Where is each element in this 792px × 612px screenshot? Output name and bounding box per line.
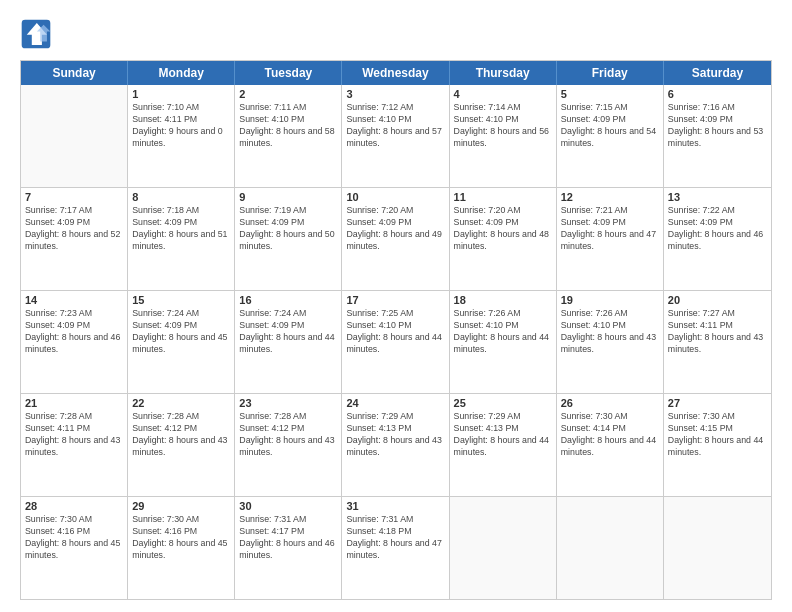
day-info: Sunrise: 7:28 AM Sunset: 4:11 PM Dayligh… bbox=[25, 411, 123, 459]
calendar-day-18: 18Sunrise: 7:26 AM Sunset: 4:10 PM Dayli… bbox=[450, 291, 557, 393]
day-number: 30 bbox=[239, 500, 337, 512]
day-number: 8 bbox=[132, 191, 230, 203]
day-number: 6 bbox=[668, 88, 767, 100]
calendar-day-10: 10Sunrise: 7:20 AM Sunset: 4:09 PM Dayli… bbox=[342, 188, 449, 290]
day-number: 18 bbox=[454, 294, 552, 306]
day-number: 11 bbox=[454, 191, 552, 203]
day-info: Sunrise: 7:26 AM Sunset: 4:10 PM Dayligh… bbox=[561, 308, 659, 356]
day-of-week-saturday: Saturday bbox=[664, 61, 771, 85]
calendar-day-19: 19Sunrise: 7:26 AM Sunset: 4:10 PM Dayli… bbox=[557, 291, 664, 393]
day-info: Sunrise: 7:22 AM Sunset: 4:09 PM Dayligh… bbox=[668, 205, 767, 253]
calendar-day-1: 1Sunrise: 7:10 AM Sunset: 4:11 PM Daylig… bbox=[128, 85, 235, 187]
day-info: Sunrise: 7:31 AM Sunset: 4:17 PM Dayligh… bbox=[239, 514, 337, 562]
day-info: Sunrise: 7:20 AM Sunset: 4:09 PM Dayligh… bbox=[346, 205, 444, 253]
calendar-day-14: 14Sunrise: 7:23 AM Sunset: 4:09 PM Dayli… bbox=[21, 291, 128, 393]
calendar-day-24: 24Sunrise: 7:29 AM Sunset: 4:13 PM Dayli… bbox=[342, 394, 449, 496]
day-info: Sunrise: 7:30 AM Sunset: 4:16 PM Dayligh… bbox=[25, 514, 123, 562]
day-info: Sunrise: 7:14 AM Sunset: 4:10 PM Dayligh… bbox=[454, 102, 552, 150]
day-info: Sunrise: 7:16 AM Sunset: 4:09 PM Dayligh… bbox=[668, 102, 767, 150]
day-info: Sunrise: 7:29 AM Sunset: 4:13 PM Dayligh… bbox=[454, 411, 552, 459]
calendar-day-29: 29Sunrise: 7:30 AM Sunset: 4:16 PM Dayli… bbox=[128, 497, 235, 599]
calendar-week-2: 7Sunrise: 7:17 AM Sunset: 4:09 PM Daylig… bbox=[21, 188, 771, 291]
day-number: 21 bbox=[25, 397, 123, 409]
calendar-day-30: 30Sunrise: 7:31 AM Sunset: 4:17 PM Dayli… bbox=[235, 497, 342, 599]
day-number: 23 bbox=[239, 397, 337, 409]
calendar-day-11: 11Sunrise: 7:20 AM Sunset: 4:09 PM Dayli… bbox=[450, 188, 557, 290]
calendar-day-27: 27Sunrise: 7:30 AM Sunset: 4:15 PM Dayli… bbox=[664, 394, 771, 496]
day-number: 13 bbox=[668, 191, 767, 203]
day-of-week-tuesday: Tuesday bbox=[235, 61, 342, 85]
day-of-week-sunday: Sunday bbox=[21, 61, 128, 85]
calendar-day-5: 5Sunrise: 7:15 AM Sunset: 4:09 PM Daylig… bbox=[557, 85, 664, 187]
calendar-day-23: 23Sunrise: 7:28 AM Sunset: 4:12 PM Dayli… bbox=[235, 394, 342, 496]
day-number: 5 bbox=[561, 88, 659, 100]
calendar-day-13: 13Sunrise: 7:22 AM Sunset: 4:09 PM Dayli… bbox=[664, 188, 771, 290]
calendar-week-3: 14Sunrise: 7:23 AM Sunset: 4:09 PM Dayli… bbox=[21, 291, 771, 394]
day-number: 20 bbox=[668, 294, 767, 306]
calendar-day-6: 6Sunrise: 7:16 AM Sunset: 4:09 PM Daylig… bbox=[664, 85, 771, 187]
day-of-week-friday: Friday bbox=[557, 61, 664, 85]
day-info: Sunrise: 7:30 AM Sunset: 4:14 PM Dayligh… bbox=[561, 411, 659, 459]
day-number: 31 bbox=[346, 500, 444, 512]
calendar-day-26: 26Sunrise: 7:30 AM Sunset: 4:14 PM Dayli… bbox=[557, 394, 664, 496]
day-number: 1 bbox=[132, 88, 230, 100]
day-number: 27 bbox=[668, 397, 767, 409]
calendar-day-17: 17Sunrise: 7:25 AM Sunset: 4:10 PM Dayli… bbox=[342, 291, 449, 393]
calendar-day-8: 8Sunrise: 7:18 AM Sunset: 4:09 PM Daylig… bbox=[128, 188, 235, 290]
day-info: Sunrise: 7:17 AM Sunset: 4:09 PM Dayligh… bbox=[25, 205, 123, 253]
day-info: Sunrise: 7:15 AM Sunset: 4:09 PM Dayligh… bbox=[561, 102, 659, 150]
calendar-day-20: 20Sunrise: 7:27 AM Sunset: 4:11 PM Dayli… bbox=[664, 291, 771, 393]
day-info: Sunrise: 7:21 AM Sunset: 4:09 PM Dayligh… bbox=[561, 205, 659, 253]
day-info: Sunrise: 7:24 AM Sunset: 4:09 PM Dayligh… bbox=[239, 308, 337, 356]
day-number: 22 bbox=[132, 397, 230, 409]
day-number: 12 bbox=[561, 191, 659, 203]
day-number: 17 bbox=[346, 294, 444, 306]
day-of-week-wednesday: Wednesday bbox=[342, 61, 449, 85]
calendar-day-31: 31Sunrise: 7:31 AM Sunset: 4:18 PM Dayli… bbox=[342, 497, 449, 599]
day-info: Sunrise: 7:24 AM Sunset: 4:09 PM Dayligh… bbox=[132, 308, 230, 356]
day-info: Sunrise: 7:28 AM Sunset: 4:12 PM Dayligh… bbox=[239, 411, 337, 459]
calendar-page: SundayMondayTuesdayWednesdayThursdayFrid… bbox=[0, 0, 792, 612]
day-number: 29 bbox=[132, 500, 230, 512]
calendar-body: 1Sunrise: 7:10 AM Sunset: 4:11 PM Daylig… bbox=[21, 85, 771, 599]
calendar-day-28: 28Sunrise: 7:30 AM Sunset: 4:16 PM Dayli… bbox=[21, 497, 128, 599]
calendar-day-7: 7Sunrise: 7:17 AM Sunset: 4:09 PM Daylig… bbox=[21, 188, 128, 290]
day-info: Sunrise: 7:25 AM Sunset: 4:10 PM Dayligh… bbox=[346, 308, 444, 356]
day-number: 16 bbox=[239, 294, 337, 306]
day-info: Sunrise: 7:26 AM Sunset: 4:10 PM Dayligh… bbox=[454, 308, 552, 356]
day-number: 9 bbox=[239, 191, 337, 203]
day-number: 25 bbox=[454, 397, 552, 409]
day-info: Sunrise: 7:30 AM Sunset: 4:16 PM Dayligh… bbox=[132, 514, 230, 562]
logo bbox=[20, 18, 56, 50]
calendar-week-1: 1Sunrise: 7:10 AM Sunset: 4:11 PM Daylig… bbox=[21, 85, 771, 188]
calendar-week-5: 28Sunrise: 7:30 AM Sunset: 4:16 PM Dayli… bbox=[21, 497, 771, 599]
day-info: Sunrise: 7:29 AM Sunset: 4:13 PM Dayligh… bbox=[346, 411, 444, 459]
day-info: Sunrise: 7:20 AM Sunset: 4:09 PM Dayligh… bbox=[454, 205, 552, 253]
calendar-day-12: 12Sunrise: 7:21 AM Sunset: 4:09 PM Dayli… bbox=[557, 188, 664, 290]
day-info: Sunrise: 7:30 AM Sunset: 4:15 PM Dayligh… bbox=[668, 411, 767, 459]
calendar-day-21: 21Sunrise: 7:28 AM Sunset: 4:11 PM Dayli… bbox=[21, 394, 128, 496]
day-number: 2 bbox=[239, 88, 337, 100]
calendar-day-15: 15Sunrise: 7:24 AM Sunset: 4:09 PM Dayli… bbox=[128, 291, 235, 393]
calendar-day-2: 2Sunrise: 7:11 AM Sunset: 4:10 PM Daylig… bbox=[235, 85, 342, 187]
logo-icon bbox=[20, 18, 52, 50]
empty-cell bbox=[557, 497, 664, 599]
day-of-week-monday: Monday bbox=[128, 61, 235, 85]
day-number: 19 bbox=[561, 294, 659, 306]
day-number: 4 bbox=[454, 88, 552, 100]
empty-cell bbox=[450, 497, 557, 599]
day-number: 24 bbox=[346, 397, 444, 409]
day-number: 14 bbox=[25, 294, 123, 306]
calendar-header: SundayMondayTuesdayWednesdayThursdayFrid… bbox=[21, 61, 771, 85]
calendar-day-9: 9Sunrise: 7:19 AM Sunset: 4:09 PM Daylig… bbox=[235, 188, 342, 290]
empty-cell bbox=[664, 497, 771, 599]
calendar: SundayMondayTuesdayWednesdayThursdayFrid… bbox=[20, 60, 772, 600]
day-info: Sunrise: 7:11 AM Sunset: 4:10 PM Dayligh… bbox=[239, 102, 337, 150]
day-number: 10 bbox=[346, 191, 444, 203]
day-info: Sunrise: 7:31 AM Sunset: 4:18 PM Dayligh… bbox=[346, 514, 444, 562]
day-of-week-thursday: Thursday bbox=[450, 61, 557, 85]
day-number: 15 bbox=[132, 294, 230, 306]
day-number: 28 bbox=[25, 500, 123, 512]
empty-cell bbox=[21, 85, 128, 187]
calendar-day-3: 3Sunrise: 7:12 AM Sunset: 4:10 PM Daylig… bbox=[342, 85, 449, 187]
